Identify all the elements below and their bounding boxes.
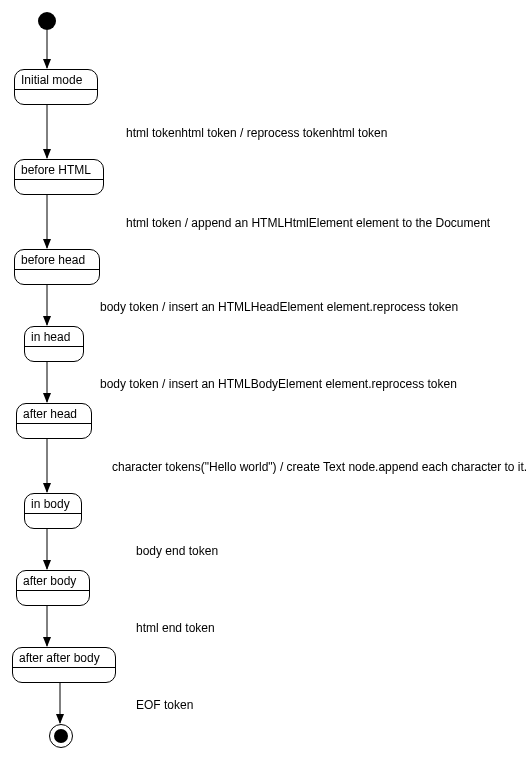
state-label: before HTML xyxy=(15,160,103,180)
state-label: in head xyxy=(25,327,83,347)
state-before-html: before HTML xyxy=(14,159,104,195)
initial-node xyxy=(38,12,56,30)
state-label: in body xyxy=(25,494,81,514)
transition-label: html token / append an HTMLHtmlElement e… xyxy=(126,216,490,230)
transition-label: body token / insert an HTMLBodyElement e… xyxy=(100,377,457,391)
transition-label: html end token xyxy=(136,621,215,635)
transition-label: body end token xyxy=(136,544,218,558)
state-diagram: Initial mode before HTML before head in … xyxy=(0,0,532,769)
final-node xyxy=(49,724,73,748)
state-in-head: in head xyxy=(24,326,84,362)
state-in-body: in body xyxy=(24,493,82,529)
state-initial-mode: Initial mode xyxy=(14,69,98,105)
state-label: after body xyxy=(17,571,89,591)
transition-label: EOF token xyxy=(136,698,193,712)
state-after-body: after body xyxy=(16,570,90,606)
state-label: after after body xyxy=(13,648,115,668)
transition-label: character tokens("Hello world") / create… xyxy=(112,460,527,474)
state-before-head: before head xyxy=(14,249,100,285)
state-label: before head xyxy=(15,250,99,270)
transition-label: html tokenhtml token / reprocess tokenht… xyxy=(126,126,387,140)
state-label: Initial mode xyxy=(15,70,97,90)
state-label: after head xyxy=(17,404,91,424)
state-after-head: after head xyxy=(16,403,92,439)
state-after-after-body: after after body xyxy=(12,647,116,683)
transition-label: body token / insert an HTMLHeadElement e… xyxy=(100,300,458,314)
